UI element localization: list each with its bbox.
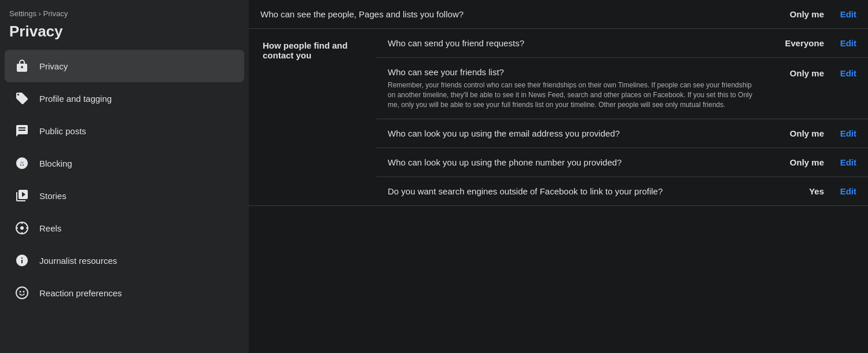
reels-icon bbox=[12, 218, 32, 238]
sidebar-item-blocking-label: Blocking bbox=[39, 159, 72, 168]
table-row: Do you want search engines outside of Fa… bbox=[376, 177, 868, 205]
top-row-value: Only me bbox=[766, 9, 824, 19]
sidebar-item-public-posts-label: Public posts bbox=[39, 126, 86, 136]
section-label: How people find and contact you bbox=[249, 29, 376, 205]
how-people-find-section: How people find and contact you Who can … bbox=[249, 29, 868, 206]
block-icon bbox=[12, 153, 32, 174]
sidebar-item-journalist-label: Journalist resources bbox=[39, 256, 117, 266]
breadcrumb-settings: Settings bbox=[9, 9, 36, 18]
top-row: Who can see the people, Pages and lists … bbox=[249, 0, 868, 29]
sidebar-item-public-posts[interactable]: Public posts bbox=[5, 115, 244, 147]
row-question-3: Who can look you up using the phone numb… bbox=[388, 157, 757, 167]
breadcrumb-separator: › bbox=[39, 9, 41, 18]
top-row-question: Who can see the people, Pages and lists … bbox=[260, 9, 757, 19]
svg-point-8 bbox=[23, 291, 25, 293]
table-row: Who can see your friends list? Remember,… bbox=[376, 58, 868, 119]
row-value-0: Everyone bbox=[766, 38, 824, 48]
row-value-1: Only me bbox=[766, 67, 824, 78]
row-question-text-3: Who can look you up using the phone numb… bbox=[388, 157, 757, 167]
table-row: Who can send you friend requests? Everyo… bbox=[376, 29, 868, 58]
table-row: Who can look you up using the email addr… bbox=[376, 119, 868, 148]
sidebar-item-reaction-preferences[interactable]: Reaction preferences bbox=[5, 277, 244, 309]
row-question-text-4: Do you want search engines outside of Fa… bbox=[388, 186, 757, 196]
row-question-1: Who can see your friends list? Remember,… bbox=[388, 67, 757, 109]
table-row: Who can look you up using the phone numb… bbox=[376, 148, 868, 177]
row-sub-text-1: Remember, your friends control who can s… bbox=[388, 80, 757, 109]
page-title: Privacy bbox=[5, 20, 244, 50]
row-value-3: Only me bbox=[766, 157, 824, 167]
sidebar-item-reels-label: Reels bbox=[39, 223, 61, 233]
row-value-2: Only me bbox=[766, 128, 824, 138]
top-row-edit[interactable]: Edit bbox=[833, 9, 856, 19]
tag-icon bbox=[12, 88, 32, 109]
main-content: Who can see the people, Pages and lists … bbox=[249, 0, 868, 353]
sidebar: Settings › Privacy Privacy Privacy Profi… bbox=[0, 0, 249, 353]
sidebar-item-journalist-resources[interactable]: Journalist resources bbox=[5, 244, 244, 277]
sidebar-item-reaction-preferences-label: Reaction preferences bbox=[39, 288, 122, 298]
reaction-icon bbox=[12, 282, 32, 303]
stories-icon bbox=[12, 185, 32, 206]
row-edit-0[interactable]: Edit bbox=[833, 38, 856, 48]
sidebar-item-privacy[interactable]: Privacy bbox=[5, 50, 244, 82]
top-row-question-text: Who can see the people, Pages and lists … bbox=[260, 9, 464, 19]
sidebar-item-profile-tagging-label: Profile and tagging bbox=[39, 94, 112, 104]
svg-point-1 bbox=[20, 226, 24, 230]
row-edit-1[interactable]: Edit bbox=[833, 67, 856, 78]
svg-point-7 bbox=[20, 291, 21, 293]
row-question-text-1: Who can see your friends list? bbox=[388, 67, 757, 77]
sidebar-item-stories-label: Stories bbox=[39, 191, 67, 201]
journalist-icon bbox=[12, 250, 32, 271]
sidebar-item-blocking[interactable]: Blocking bbox=[5, 147, 244, 179]
sidebar-item-profile-tagging[interactable]: Profile and tagging bbox=[5, 82, 244, 115]
sidebar-item-reels[interactable]: Reels bbox=[5, 212, 244, 244]
row-question-2: Who can look you up using the email addr… bbox=[388, 128, 757, 138]
row-edit-3[interactable]: Edit bbox=[833, 157, 856, 167]
row-question-4: Do you want search engines outside of Fa… bbox=[388, 186, 757, 196]
row-edit-2[interactable]: Edit bbox=[833, 128, 856, 138]
row-value-4: Yes bbox=[766, 186, 824, 196]
row-question-0: Who can send you friend requests? bbox=[388, 38, 757, 48]
row-edit-4[interactable]: Edit bbox=[833, 186, 856, 196]
svg-point-6 bbox=[16, 287, 28, 299]
sidebar-item-stories[interactable]: Stories bbox=[5, 179, 244, 212]
breadcrumb-current: Privacy bbox=[43, 9, 68, 18]
breadcrumb: Settings › Privacy bbox=[5, 9, 244, 20]
lock-icon bbox=[12, 56, 32, 76]
section-rows: Who can send you friend requests? Everyo… bbox=[376, 29, 868, 205]
row-question-text-0: Who can send you friend requests? bbox=[388, 38, 757, 48]
chat-icon bbox=[12, 120, 32, 141]
sidebar-item-privacy-label: Privacy bbox=[39, 61, 68, 71]
row-question-text-2: Who can look you up using the email addr… bbox=[388, 128, 757, 138]
